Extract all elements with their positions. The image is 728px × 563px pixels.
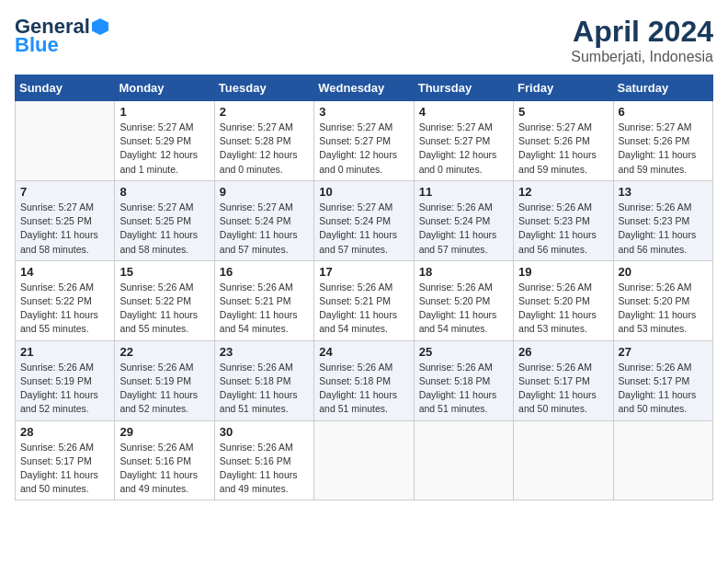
month-title: April 2024 [571, 15, 713, 49]
day-info: Sunrise: 5:27 AM Sunset: 5:25 PM Dayligh… [119, 201, 209, 257]
calendar-day-cell: 19Sunrise: 5:26 AM Sunset: 5:20 PM Dayli… [514, 260, 613, 340]
calendar-week-row: 21Sunrise: 5:26 AM Sunset: 5:19 PM Dayli… [16, 340, 713, 420]
day-info: Sunrise: 5:27 AM Sunset: 5:29 PM Dayligh… [119, 121, 209, 177]
day-info: Sunrise: 5:26 AM Sunset: 5:20 PM Dayligh… [419, 281, 508, 337]
day-info: Sunrise: 5:26 AM Sunset: 5:17 PM Dayligh… [20, 441, 109, 497]
day-number: 8 [119, 185, 209, 199]
day-number: 7 [20, 185, 109, 199]
logo-icon [92, 18, 108, 35]
day-number: 4 [419, 105, 508, 119]
header-tuesday: Tuesday [214, 75, 313, 101]
day-info: Sunrise: 5:27 AM Sunset: 5:26 PM Dayligh… [518, 121, 608, 177]
calendar-day-cell: 25Sunrise: 5:26 AM Sunset: 5:18 PM Dayli… [414, 340, 513, 420]
calendar-day-cell: 3Sunrise: 5:27 AM Sunset: 5:27 PM Daylig… [314, 101, 414, 181]
day-info: Sunrise: 5:26 AM Sunset: 5:16 PM Dayligh… [119, 441, 209, 497]
calendar-day-cell: 13Sunrise: 5:26 AM Sunset: 5:23 PM Dayli… [613, 180, 712, 260]
day-number: 19 [518, 265, 608, 279]
calendar-day-cell: 1Sunrise: 5:27 AM Sunset: 5:29 PM Daylig… [115, 101, 214, 181]
location-subtitle: Sumberjati, Indonesia [571, 49, 713, 65]
day-info: Sunrise: 5:26 AM Sunset: 5:18 PM Dayligh… [319, 361, 408, 417]
day-info: Sunrise: 5:26 AM Sunset: 5:16 PM Dayligh… [220, 441, 309, 497]
calendar-day-cell: 29Sunrise: 5:26 AM Sunset: 5:16 PM Dayli… [115, 420, 214, 500]
header-friday: Friday [514, 75, 613, 101]
calendar-day-cell: 11Sunrise: 5:26 AM Sunset: 5:24 PM Dayli… [414, 180, 513, 260]
day-number: 27 [619, 345, 708, 359]
calendar-day-cell: 26Sunrise: 5:26 AM Sunset: 5:17 PM Dayli… [514, 340, 613, 420]
day-number: 29 [119, 425, 209, 439]
calendar-day-cell: 30Sunrise: 5:26 AM Sunset: 5:16 PM Dayli… [214, 420, 313, 500]
calendar-day-cell: 24Sunrise: 5:26 AM Sunset: 5:18 PM Dayli… [314, 340, 414, 420]
calendar-week-row: 14Sunrise: 5:26 AM Sunset: 5:22 PM Dayli… [16, 260, 713, 340]
day-number: 16 [220, 265, 309, 279]
day-info: Sunrise: 5:27 AM Sunset: 5:25 PM Dayligh… [20, 201, 109, 257]
day-info: Sunrise: 5:26 AM Sunset: 5:21 PM Dayligh… [319, 281, 408, 337]
day-number: 6 [619, 105, 708, 119]
header-sunday: Sunday [16, 75, 115, 101]
day-number: 9 [220, 185, 309, 199]
calendar-header-row: SundayMondayTuesdayWednesdayThursdayFrid… [16, 75, 713, 101]
logo-blue-text: Blue [15, 33, 59, 57]
calendar-week-row: 28Sunrise: 5:26 AM Sunset: 5:17 PM Dayli… [16, 420, 713, 500]
day-info: Sunrise: 5:27 AM Sunset: 5:27 PM Dayligh… [319, 121, 408, 177]
day-number: 24 [319, 345, 408, 359]
day-info: Sunrise: 5:26 AM Sunset: 5:22 PM Dayligh… [20, 281, 109, 337]
day-info: Sunrise: 5:26 AM Sunset: 5:22 PM Dayligh… [119, 281, 209, 337]
day-info: Sunrise: 5:27 AM Sunset: 5:26 PM Dayligh… [619, 121, 708, 177]
calendar-day-cell [514, 420, 613, 500]
day-number: 22 [119, 345, 209, 359]
calendar-day-cell [414, 420, 513, 500]
calendar-day-cell: 12Sunrise: 5:26 AM Sunset: 5:23 PM Dayli… [514, 180, 613, 260]
calendar-day-cell [16, 101, 115, 181]
calendar-day-cell: 20Sunrise: 5:26 AM Sunset: 5:20 PM Dayli… [613, 260, 712, 340]
day-info: Sunrise: 5:27 AM Sunset: 5:27 PM Dayligh… [419, 121, 508, 177]
calendar-day-cell: 21Sunrise: 5:26 AM Sunset: 5:19 PM Dayli… [16, 340, 115, 420]
day-info: Sunrise: 5:26 AM Sunset: 5:17 PM Dayligh… [619, 361, 708, 417]
day-info: Sunrise: 5:26 AM Sunset: 5:18 PM Dayligh… [220, 361, 309, 417]
calendar-week-row: 1Sunrise: 5:27 AM Sunset: 5:29 PM Daylig… [16, 101, 713, 181]
day-number: 12 [518, 185, 608, 199]
day-info: Sunrise: 5:26 AM Sunset: 5:23 PM Dayligh… [518, 201, 608, 257]
day-info: Sunrise: 5:27 AM Sunset: 5:28 PM Dayligh… [220, 121, 309, 177]
day-number: 3 [319, 105, 408, 119]
day-info: Sunrise: 5:26 AM Sunset: 5:21 PM Dayligh… [220, 281, 309, 337]
logo: General Blue [15, 15, 108, 57]
calendar-week-row: 7Sunrise: 5:27 AM Sunset: 5:25 PM Daylig… [16, 180, 713, 260]
day-info: Sunrise: 5:26 AM Sunset: 5:18 PM Dayligh… [419, 361, 508, 417]
header-saturday: Saturday [613, 75, 712, 101]
calendar-day-cell [613, 420, 712, 500]
calendar-day-cell: 6Sunrise: 5:27 AM Sunset: 5:26 PM Daylig… [613, 101, 712, 181]
day-number: 26 [518, 345, 608, 359]
day-info: Sunrise: 5:27 AM Sunset: 5:24 PM Dayligh… [220, 201, 309, 257]
page-header: General Blue April 2024 Sumberjati, Indo… [15, 15, 713, 65]
calendar-day-cell: 10Sunrise: 5:27 AM Sunset: 5:24 PM Dayli… [314, 180, 414, 260]
day-number: 18 [419, 265, 508, 279]
calendar-day-cell: 23Sunrise: 5:26 AM Sunset: 5:18 PM Dayli… [214, 340, 313, 420]
header-monday: Monday [115, 75, 214, 101]
calendar-day-cell: 9Sunrise: 5:27 AM Sunset: 5:24 PM Daylig… [214, 180, 313, 260]
calendar-day-cell: 4Sunrise: 5:27 AM Sunset: 5:27 PM Daylig… [414, 101, 513, 181]
calendar-day-cell: 14Sunrise: 5:26 AM Sunset: 5:22 PM Dayli… [16, 260, 115, 340]
day-number: 2 [220, 105, 309, 119]
day-number: 28 [20, 425, 109, 439]
calendar-day-cell: 28Sunrise: 5:26 AM Sunset: 5:17 PM Dayli… [16, 420, 115, 500]
calendar-day-cell: 17Sunrise: 5:26 AM Sunset: 5:21 PM Dayli… [314, 260, 414, 340]
calendar-day-cell: 2Sunrise: 5:27 AM Sunset: 5:28 PM Daylig… [214, 101, 313, 181]
calendar-day-cell [314, 420, 414, 500]
day-number: 13 [619, 185, 708, 199]
day-number: 30 [220, 425, 309, 439]
day-number: 21 [20, 345, 109, 359]
day-number: 11 [419, 185, 508, 199]
calendar-day-cell: 18Sunrise: 5:26 AM Sunset: 5:20 PM Dayli… [414, 260, 513, 340]
day-number: 1 [119, 105, 209, 119]
day-info: Sunrise: 5:26 AM Sunset: 5:24 PM Dayligh… [419, 201, 508, 257]
day-number: 25 [419, 345, 508, 359]
day-info: Sunrise: 5:26 AM Sunset: 5:23 PM Dayligh… [619, 201, 708, 257]
day-number: 5 [518, 105, 608, 119]
calendar-day-cell: 27Sunrise: 5:26 AM Sunset: 5:17 PM Dayli… [613, 340, 712, 420]
day-info: Sunrise: 5:26 AM Sunset: 5:19 PM Dayligh… [119, 361, 209, 417]
day-info: Sunrise: 5:26 AM Sunset: 5:17 PM Dayligh… [518, 361, 608, 417]
calendar-day-cell: 22Sunrise: 5:26 AM Sunset: 5:19 PM Dayli… [115, 340, 214, 420]
calendar-day-cell: 16Sunrise: 5:26 AM Sunset: 5:21 PM Dayli… [214, 260, 313, 340]
calendar-day-cell: 5Sunrise: 5:27 AM Sunset: 5:26 PM Daylig… [514, 101, 613, 181]
calendar-day-cell: 15Sunrise: 5:26 AM Sunset: 5:22 PM Dayli… [115, 260, 214, 340]
